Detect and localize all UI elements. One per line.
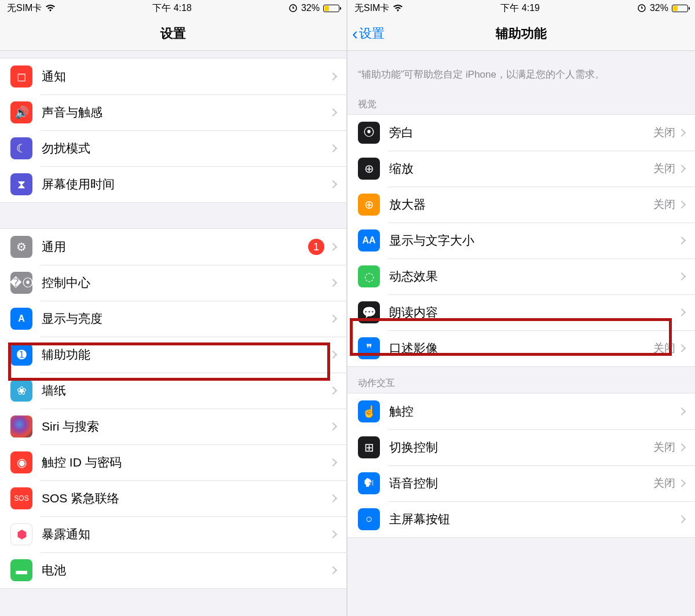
time-text: 下午 4:18 — [152, 2, 192, 14]
fingerprint-icon: ◉ — [10, 451, 32, 473]
row-general[interactable]: ⚙通用1 — [0, 229, 346, 265]
row-label: 控制中心 — [42, 275, 330, 291]
row-touchid[interactable]: ◉触控 ID 与密码 — [0, 444, 346, 480]
back-button[interactable]: ‹ 设置 — [352, 16, 385, 50]
siri-icon — [10, 415, 32, 438]
row-switch[interactable]: ⊞切换控制关闭 — [348, 429, 695, 465]
battery-icon: ▬ — [10, 559, 32, 581]
row-motion[interactable]: ◌动态效果 — [348, 258, 695, 294]
zoom-icon: ⊕ — [358, 158, 380, 180]
row-dnd[interactable]: ☾勿扰模式 — [0, 130, 346, 166]
row-voicecontrol[interactable]: 🗣语音控制关闭 — [348, 465, 695, 501]
chevron-right-icon — [678, 344, 686, 352]
badge: 1 — [308, 239, 324, 255]
row-zoom[interactable]: ⊕缩放关闭 — [348, 151, 695, 187]
nav-bar: ‹ 设置 辅助功能 — [348, 16, 695, 51]
notification-icon: ◻ — [10, 65, 32, 88]
wifi-icon — [393, 4, 403, 12]
row-label: 通知 — [42, 68, 330, 85]
gear-icon: ⚙ — [10, 236, 32, 258]
row-label: 显示与文字大小 — [389, 232, 679, 249]
wallpaper-icon: ❀ — [10, 380, 32, 402]
row-accessibility[interactable]: ➊辅助功能 — [0, 337, 346, 373]
chevron-left-icon: ‹ — [352, 24, 358, 43]
accessibility-icon: ➊ — [10, 344, 32, 366]
row-exposure[interactable]: ⬢暴露通知 — [0, 516, 346, 552]
carrier-text: 无SIM卡 — [7, 2, 42, 14]
chevron-right-icon — [329, 243, 337, 251]
audiodesc-icon: ❞ — [358, 337, 380, 359]
section-group: ☝触控⊞切换控制关闭🗣语音控制关闭○主屏幕按钮 — [348, 393, 695, 538]
status-bar: 无SIM卡 下午 4:18 32% — [0, 0, 346, 16]
chevron-right-icon — [678, 308, 686, 316]
row-label: 暴露通知 — [42, 526, 330, 542]
exposure-icon: ⬢ — [10, 523, 32, 545]
hourglass-icon: ⧗ — [10, 173, 32, 195]
row-sounds[interactable]: 🔊声音与触感 — [0, 94, 346, 130]
row-sos[interactable]: SOSSOS 紧急联络 — [0, 480, 346, 516]
settings-group: ⚙通用1�⦿控制中心A显示与亮度➊辅助功能❀墙纸Siri 与搜索◉触控 ID 与… — [0, 228, 346, 589]
row-label: 勿扰模式 — [42, 140, 330, 156]
chevron-right-icon — [329, 72, 337, 81]
row-siri[interactable]: Siri 与搜索 — [0, 409, 346, 444]
chevron-right-icon — [678, 272, 686, 280]
battery-percent: 32% — [301, 3, 320, 13]
row-label: Siri 与搜索 — [42, 418, 330, 435]
chevron-right-icon — [678, 443, 686, 451]
row-label: 触控 ID 与密码 — [42, 454, 330, 471]
row-label: 声音与触感 — [42, 104, 330, 121]
settings-group: ◻通知🔊声音与触感☾勿扰模式⧗屏幕使用时间 — [0, 58, 346, 203]
switches-icon: �⦿ — [10, 272, 32, 294]
row-magnifier[interactable]: ⊕放大器关闭 — [348, 187, 695, 223]
row-label: 墙纸 — [42, 382, 330, 399]
touch-icon: ☝ — [358, 400, 380, 422]
row-label: 缩放 — [389, 161, 653, 177]
row-label: SOS 紧急联络 — [42, 490, 330, 506]
back-label: 设置 — [359, 25, 385, 42]
homebutton-icon: ○ — [358, 508, 380, 530]
time-text: 下午 4:19 — [500, 2, 540, 14]
row-label: 旁白 — [389, 125, 653, 141]
row-wallpaper[interactable]: ❀墙纸 — [0, 373, 346, 409]
chevron-right-icon — [678, 479, 686, 487]
spoken-icon: 💬 — [358, 301, 380, 323]
chevron-right-icon — [329, 458, 337, 466]
chevron-right-icon — [329, 144, 337, 152]
row-value: 关闭 — [653, 476, 675, 491]
row-label: 辅助功能 — [42, 347, 330, 363]
row-spoken[interactable]: 💬朗读内容 — [348, 294, 695, 330]
row-homebutton[interactable]: ○主屏幕按钮 — [348, 501, 695, 537]
section-header: 视觉 — [348, 88, 695, 114]
carrier-text: 无SIM卡 — [354, 2, 389, 14]
row-audiodesc[interactable]: ❞口述影像关闭 — [348, 330, 695, 366]
chevron-right-icon — [329, 279, 337, 287]
nav-bar: 设置 — [0, 16, 346, 51]
magnifier-icon: ⊕ — [358, 194, 380, 216]
row-textsize[interactable]: AA显示与文字大小 — [348, 223, 695, 258]
row-touch[interactable]: ☝触控 — [348, 393, 695, 429]
row-voiceover[interactable]: ⦿旁白关闭 — [348, 115, 695, 151]
row-battery[interactable]: ▬电池 — [0, 552, 346, 588]
row-notifications[interactable]: ◻通知 — [0, 59, 346, 94]
display-icon: A — [10, 308, 32, 330]
section-header: 动作交互 — [348, 367, 695, 393]
chevron-right-icon — [329, 566, 337, 574]
row-label: 主屏幕按钮 — [389, 511, 679, 527]
chevron-right-icon — [678, 164, 686, 172]
row-screentime[interactable]: ⧗屏幕使用时间 — [0, 166, 346, 202]
row-value: 关闭 — [653, 341, 675, 356]
row-display[interactable]: A显示与亮度 — [0, 301, 346, 337]
row-label: 朗读内容 — [389, 304, 679, 320]
chevron-right-icon — [678, 128, 686, 136]
status-bar: 无SIM卡 下午 4:19 32% — [348, 0, 695, 16]
chevron-right-icon — [329, 180, 337, 188]
page-title: 辅助功能 — [496, 25, 547, 42]
battery-icon — [672, 5, 688, 12]
accessibility-screen: 无SIM卡 下午 4:19 32% ‹ 设置 辅助功能 “辅助功能”可帮助您自定… — [348, 0, 695, 616]
rotation-lock-icon — [637, 3, 646, 13]
moon-icon: ☾ — [10, 137, 32, 159]
voicecontrol-icon: 🗣 — [358, 472, 380, 494]
row-control[interactable]: �⦿控制中心 — [0, 265, 346, 301]
textsize-icon: AA — [358, 229, 380, 251]
row-label: 电池 — [42, 562, 330, 578]
